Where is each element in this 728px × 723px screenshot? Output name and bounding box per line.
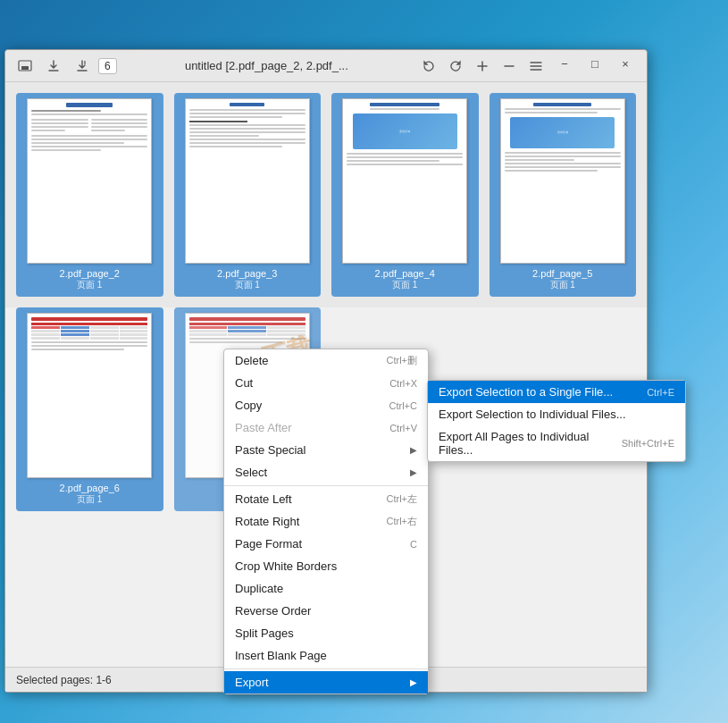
minimize-button[interactable]: − (550, 54, 579, 75)
page-name-1: 2.pdf_page_2 (60, 268, 120, 279)
menu-label-rotate-right: Rotate Right (235, 515, 299, 528)
menu-item-delete[interactable]: Delete Ctrl+删 (224, 349, 428, 372)
menu-item-insert-blank[interactable]: Insert Blank Page (224, 644, 428, 667)
window-title: untitled [2.pdf_page_2, 2.pdf_... (117, 59, 416, 72)
toolbar-icon-inbox[interactable] (13, 54, 38, 79)
toolbar-icon-download2[interactable] (70, 54, 95, 79)
menu-label-reverse-order: Reverse Order (235, 604, 311, 618)
page-name-4: 2.pdf_page_5 (532, 268, 592, 279)
status-text: Selected pages: 1-6 (16, 674, 112, 686)
thumb-image-1 (27, 98, 152, 264)
submenu-item-export-individual[interactable]: Export Selection to Individual Files... (428, 403, 685, 425)
toolbar-icons: 6 (13, 54, 117, 79)
page-thumb-2[interactable]: 2.pdf_page_3 页面 1 (174, 93, 322, 297)
menu-label-select: Select (235, 466, 267, 479)
menu-label-paste-special: Paste Special (235, 443, 306, 457)
submenu-label-export-individual: Export Selection to Individual Files... (439, 408, 626, 421)
menu-label-crop: Crop White Borders (235, 559, 337, 573)
menu-label-rotate-left: Rotate Left (235, 492, 292, 506)
toolbar-rotate-right[interactable] (443, 54, 468, 79)
menu-shortcut-copy: Ctrl+C (389, 400, 417, 411)
page-thumb-3[interactable]: 蓝色区域 2.pdf_page_4 页面 1 (331, 93, 479, 297)
page-subtitle-5: 页面 1 (77, 493, 102, 506)
menu-label-cut: Cut (235, 376, 253, 390)
page-name-3: 2.pdf_page_4 (375, 268, 435, 279)
menu-item-split-pages[interactable]: Split Pages (224, 622, 428, 644)
menu-shortcut-page-format: C (410, 539, 417, 550)
thumb-image-2 (185, 98, 310, 264)
toolbar-icon-download1[interactable] (41, 54, 66, 79)
page-subtitle-2: 页面 1 (235, 279, 260, 291)
menu-label-page-format: Page Format (235, 537, 302, 551)
window-controls: − □ × (416, 54, 640, 79)
menu-item-rotate-left[interactable]: Rotate Left Ctrl+左 (224, 488, 428, 510)
menu-shortcut-delete: Ctrl+删 (386, 354, 417, 367)
submenu-item-export-single[interactable]: Export Selection to a Single File... Ctr… (428, 381, 685, 403)
menu-shortcut-rotate-right: Ctrl+右 (386, 515, 417, 528)
menu-item-paste-special[interactable]: Paste Special ▶ (224, 439, 428, 461)
menu-item-duplicate[interactable]: Duplicate (224, 577, 428, 600)
submenu-arrow-select: ▶ (410, 467, 417, 477)
menu-label-insert-blank: Insert Blank Page (235, 649, 327, 662)
menu-sep-2 (224, 668, 428, 669)
page-name-5: 2.pdf_page_6 (60, 483, 120, 493)
thumb-image-4: 登录区域 (500, 98, 625, 264)
menu-item-reverse-order[interactable]: Reverse Order (224, 600, 428, 622)
toolbar-remove[interactable] (497, 54, 522, 79)
submenu-label-export-all: Export All Pages to Individual Files... (439, 430, 622, 457)
page-count-badge: 6 (98, 58, 117, 74)
toolbar-menu[interactable] (523, 54, 548, 79)
menu-item-paste-after: Paste After Ctrl+V (224, 416, 428, 439)
menu-item-cut[interactable]: Cut Ctrl+X (224, 372, 428, 394)
menu-label-paste-after: Paste After (235, 421, 292, 434)
menu-sep-1 (224, 485, 428, 486)
submenu-arrow-export: ▶ (410, 677, 417, 687)
submenu-arrow-paste-special: ▶ (410, 445, 417, 455)
menu-shortcut-paste-after: Ctrl+V (389, 423, 417, 433)
submenu-shortcut-export-single: Ctrl+E (647, 387, 674, 398)
close-button[interactable]: × (611, 54, 640, 75)
page-thumb-4[interactable]: 登录区域 2.pdf_page_5 页面 1 (490, 93, 637, 297)
menu-shortcut-rotate-left: Ctrl+左 (386, 492, 417, 506)
thumbnails-row1: 2.pdf_page_2 页面 1 (5, 82, 647, 307)
title-bar: 6 untitled [2.pdf_page_2, 2.pdf_... (5, 50, 647, 82)
export-submenu: Export Selection to a Single File... Ctr… (427, 380, 686, 462)
context-menu: Delete Ctrl+删 Cut Ctrl+X Copy Ctrl+C Pas… (223, 349, 429, 694)
menu-item-crop[interactable]: Crop White Borders (224, 555, 428, 577)
svg-rect-1 (21, 66, 29, 70)
maximize-button[interactable]: □ (581, 54, 609, 75)
submenu-item-export-all[interactable]: Export All Pages to Individual Files... … (428, 425, 685, 461)
toolbar-rotate-left[interactable] (416, 54, 441, 79)
menu-label-export: Export (235, 676, 269, 689)
page-subtitle-1: 页面 1 (77, 279, 102, 291)
page-name-2: 2.pdf_page_3 (217, 268, 277, 279)
submenu-shortcut-export-all: Shift+Ctrl+E (622, 438, 674, 449)
menu-item-export[interactable]: Export ▶ (224, 671, 428, 694)
menu-item-select[interactable]: Select ▶ (224, 461, 428, 483)
thumb-image-5 (27, 313, 152, 478)
menu-label-delete: Delete (235, 354, 269, 367)
menu-item-rotate-right[interactable]: Rotate Right Ctrl+右 (224, 510, 428, 533)
page-thumb-1[interactable]: 2.pdf_page_2 页面 1 (16, 93, 163, 297)
page-subtitle-3: 页面 1 (392, 279, 417, 291)
menu-item-page-format[interactable]: Page Format C (224, 533, 428, 555)
toolbar-add[interactable] (470, 54, 495, 79)
thumb-image-3: 蓝色区域 (342, 98, 467, 264)
menu-label-split-pages: Split Pages (235, 626, 294, 640)
menu-item-copy[interactable]: Copy Ctrl+C (224, 394, 428, 416)
menu-label-duplicate: Duplicate (235, 582, 283, 595)
menu-label-copy: Copy (235, 399, 262, 412)
page-subtitle-4: 页面 1 (550, 279, 575, 291)
submenu-label-export-single: Export Selection to a Single File... (439, 385, 613, 399)
menu-shortcut-cut: Ctrl+X (389, 378, 417, 389)
page-thumb-5[interactable]: 2.pdf_page_6 页面 1 (16, 307, 163, 511)
